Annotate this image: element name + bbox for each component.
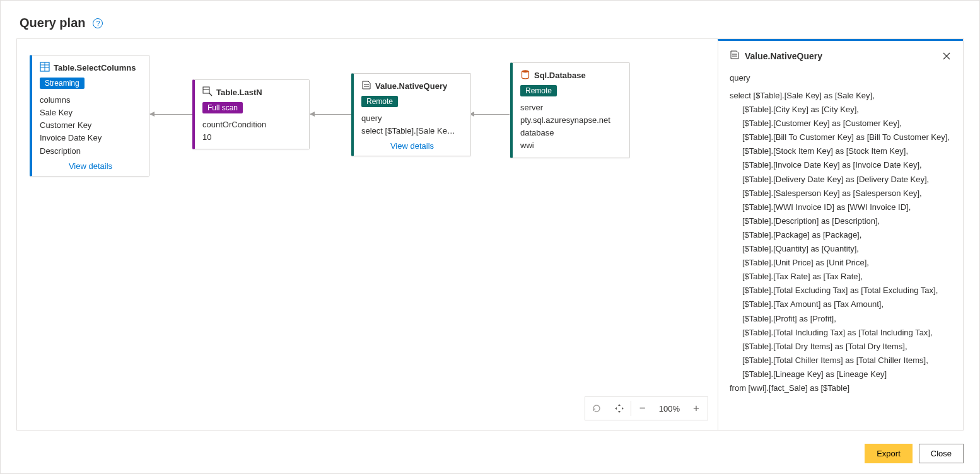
streaming-badge: Streaming: [40, 78, 85, 89]
node-param-label: columns: [40, 94, 141, 107]
detail-title: Value.NativeQuery: [745, 51, 822, 61]
arrow: [470, 114, 510, 115]
query-line: [$Table].[Quantity] as [Quantity],: [730, 242, 952, 256]
query-line: [$Table].[Profit] as [Profit],: [730, 312, 952, 326]
page-title: Query plan: [20, 16, 85, 30]
node-param-value: 10: [202, 131, 301, 144]
dialog-header: Query plan ?: [1, 1, 979, 38]
remote-badge: Remote: [520, 85, 557, 96]
zoom-out-button[interactable]: −: [631, 397, 654, 420]
reset-view-button[interactable]: [585, 397, 608, 420]
query-icon: [361, 80, 371, 92]
query-text: select [$Table].[Sale Key] as [Sale Key]…: [730, 89, 952, 395]
query-line: [$Table].[Description] as [Description],: [730, 214, 952, 228]
fullscan-badge: Full scan: [202, 102, 243, 113]
query-line: [$Table].[Total Excluding Tax] as [Total…: [730, 284, 952, 298]
svg-point-8: [522, 70, 529, 72]
detail-panel: Value.NativeQuery query select [$Table].…: [718, 39, 963, 430]
export-button[interactable]: Export: [865, 444, 913, 463]
arrow: [310, 114, 351, 115]
node-table-selectcolumns[interactable]: Table.SelectColumns Streaming columns Sa…: [30, 55, 149, 176]
node-title-text: Sql.Database: [534, 71, 586, 80]
query-line: [$Table].[Tax Amount] as [Tax Amount],: [730, 298, 952, 311]
zoom-in-button[interactable]: +: [685, 397, 708, 420]
svg-rect-4: [203, 87, 209, 93]
dialog-footer: Export Close: [865, 444, 964, 463]
query-line: [$Table].[City Key] as [City Key],: [730, 103, 952, 117]
query-line: [$Table].[Tax Rate] as [Tax Rate],: [730, 270, 952, 284]
main-area: Table.SelectColumns Streaming columns Sa…: [16, 38, 964, 431]
close-button[interactable]: Close: [919, 444, 964, 463]
table-scan-icon: [202, 86, 213, 98]
zoom-level: 100%: [654, 404, 685, 413]
node-column: Description: [40, 145, 141, 158]
query-line: [$Table].[Customer Key] as [Customer Key…: [730, 117, 952, 130]
query-plan-canvas[interactable]: Table.SelectColumns Streaming columns Sa…: [17, 39, 718, 430]
query-line: [$Table].[Stock Item Key] as [Stock Item…: [730, 144, 952, 158]
query-line: [$Table].[Total Chiller Items] as [Total…: [730, 354, 952, 367]
arrow: [150, 114, 193, 115]
node-table-lastn[interactable]: Table.LastN Full scan countOrCondition 1…: [192, 79, 310, 149]
zoom-toolbar: − 100% +: [585, 396, 708, 420]
node-title-text: Value.NativeQuery: [375, 81, 447, 91]
query-line: [$Table].[Lineage Key] as [Lineage Key]: [730, 367, 952, 381]
close-panel-button[interactable]: [942, 51, 952, 61]
view-details-link[interactable]: View details: [40, 161, 141, 171]
query-line: [$Table].[Delivery Date Key] as [Deliver…: [730, 173, 952, 187]
node-param-value: pty.sql.azuresynapse.net: [520, 114, 622, 127]
query-icon: [730, 50, 740, 62]
node-param-label: server: [520, 101, 622, 114]
node-column: Sale Key: [40, 107, 141, 119]
node-value-nativequery[interactable]: Value.NativeQuery Remote query select [$…: [351, 73, 471, 156]
query-line: [$Table].[Total Including Tax] as [Total…: [730, 326, 952, 340]
node-title-text: Table.LastN: [216, 88, 262, 97]
table-icon: [40, 62, 50, 74]
node-param-label: query: [361, 112, 463, 125]
fit-view-button[interactable]: [608, 397, 631, 420]
query-line: [$Table].[Bill To Customer Key] as [Bill…: [730, 130, 952, 144]
query-line: [$Table].[Package] as [Package],: [730, 228, 952, 242]
node-column: Invoice Date Key: [40, 132, 141, 144]
query-line: select [$Table].[Sale Key] as [Sale Key]…: [730, 89, 952, 103]
view-details-link[interactable]: View details: [361, 141, 463, 151]
remote-badge: Remote: [361, 96, 398, 107]
node-param-value: select [$Table].[Sale Ke…: [361, 125, 463, 137]
node-param-label: database: [520, 127, 622, 139]
database-icon: [520, 69, 530, 81]
node-title-text: Table.SelectColumns: [54, 63, 136, 72]
query-line: [$Table].[Invoice Date Key] as [Invoice …: [730, 158, 952, 172]
detail-section-label: query: [730, 73, 952, 83]
query-line: [$Table].[Unit Price] as [Unit Price],: [730, 256, 952, 270]
query-line: [$Table].[Salesperson Key] as [Salespers…: [730, 187, 952, 200]
query-line: from [wwi].[fact_Sale] as [$Table]: [730, 381, 952, 395]
node-sql-database[interactable]: Sql.Database Remote server pty.sql.azure…: [510, 62, 630, 158]
node-param-label: countOrCondition: [202, 118, 301, 131]
query-line: [$Table].[Total Dry Items] as [Total Dry…: [730, 340, 952, 354]
node-param-value: wwi: [520, 139, 622, 152]
node-column: Customer Key: [40, 119, 141, 132]
query-line: [$Table].[WWI Invoice ID] as [WWI Invoic…: [730, 200, 952, 214]
help-icon[interactable]: ?: [93, 18, 103, 28]
